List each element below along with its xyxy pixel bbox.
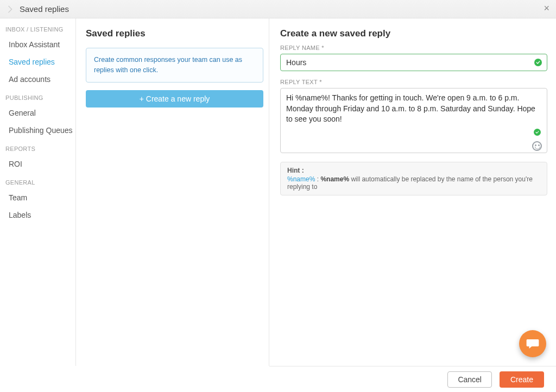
- sidebar-item-labels[interactable]: Labels: [4, 206, 75, 224]
- reply-text-wrapper: [280, 88, 547, 155]
- sidebar-item-general[interactable]: General: [4, 104, 75, 122]
- valid-check-icon: [534, 129, 541, 136]
- form-title: Create a new saved reply: [280, 28, 547, 39]
- cancel-button[interactable]: Cancel: [447, 371, 492, 388]
- hint-body: %name% : %name% will automatically be re…: [287, 175, 540, 191]
- chevron-right-icon: [7, 5, 14, 13]
- reply-name-label: REPLY NAME *: [280, 45, 547, 51]
- close-icon[interactable]: ×: [544, 3, 549, 13]
- breadcrumb-title: Saved replies: [20, 4, 69, 14]
- app-window: Saved replies × INBOX / LISTENING Inbox …: [0, 0, 556, 392]
- reply-text-input[interactable]: [280, 88, 547, 153]
- sidebar-item-roi[interactable]: ROI: [4, 155, 75, 173]
- sidebar-item-publishing-queues[interactable]: Publishing Queues: [4, 122, 75, 139]
- sidebar-item-saved-replies[interactable]: Saved replies: [4, 53, 75, 71]
- emoji-picker-icon[interactable]: [532, 141, 542, 151]
- hint-variable-highlight: %name%: [287, 175, 315, 183]
- sidebar-section-general: GENERAL: [5, 179, 75, 186]
- sidebar-item-ad-accounts[interactable]: Ad accounts: [4, 71, 75, 88]
- create-new-reply-button[interactable]: + Create a new reply: [86, 90, 263, 108]
- sidebar-section-publishing: PUBLISHING: [5, 94, 75, 101]
- saved-replies-panel: Saved replies Create common responses yo…: [76, 18, 269, 366]
- create-button[interactable]: Create: [500, 371, 544, 388]
- form-footer: Cancel Create: [269, 366, 556, 392]
- chat-icon: [526, 337, 540, 351]
- panel-title: Saved replies: [86, 28, 263, 39]
- reply-name-wrapper: [280, 54, 547, 71]
- sidebar-item-inbox-assistant[interactable]: Inbox Assistant: [4, 36, 75, 53]
- create-reply-form: Create a new saved reply REPLY NAME * RE…: [269, 18, 556, 366]
- modal-body: INBOX / LISTENING Inbox Assistant Saved …: [0, 18, 556, 366]
- settings-sidebar: INBOX / LISTENING Inbox Assistant Saved …: [0, 18, 76, 366]
- sidebar-section-inbox: INBOX / LISTENING: [5, 26, 75, 33]
- hint-variable-bold: %name%: [320, 175, 349, 183]
- valid-check-icon: [534, 59, 542, 66]
- sidebar-section-reports: REPORTS: [5, 146, 75, 152]
- info-callout: Create common responses your team can us…: [86, 48, 263, 83]
- hint-box: Hint : %name% : %name% will automaticall…: [280, 162, 547, 195]
- modal-header: Saved replies ×: [0, 0, 556, 18]
- chat-bubble-fab[interactable]: [519, 330, 546, 357]
- reply-name-input[interactable]: [280, 54, 547, 71]
- reply-text-label: REPLY TEXT *: [280, 79, 547, 85]
- sidebar-item-team[interactable]: Team: [4, 189, 75, 206]
- hint-title: Hint :: [287, 167, 540, 174]
